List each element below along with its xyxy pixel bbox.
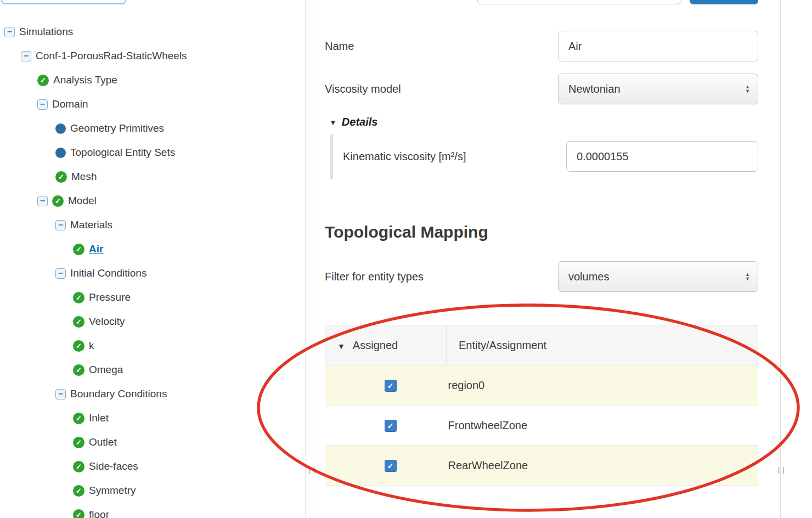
splitter-handle-icon[interactable]: || xyxy=(777,466,786,474)
name-label: Name xyxy=(325,40,354,53)
tree-item-topological-entity-sets[interactable]: Topological Entity Sets xyxy=(0,140,305,165)
table-row: ✓FrontwheelZone xyxy=(325,406,758,446)
tree-item-analysis-type[interactable]: ✓Analysis Type xyxy=(0,68,305,92)
select-spinner-icon: ▲ ▼ xyxy=(745,85,750,93)
tree-item-initial-conditions[interactable]: −Initial Conditions xyxy=(0,261,305,285)
tree-item-label: Conf-1-PorousRad-StaticWheels xyxy=(36,50,187,62)
kinematic-viscosity-label: Kinematic viscosity [m²/s] xyxy=(343,150,466,163)
toolbar-search-input[interactable] xyxy=(477,0,681,4)
tree-item-model[interactable]: −✓Model xyxy=(0,189,305,213)
tree-item-velocity[interactable]: ✓Velocity xyxy=(0,309,305,334)
name-input[interactable] xyxy=(558,31,758,61)
collapse-icon[interactable]: − xyxy=(37,99,48,110)
check-icon: ✓ xyxy=(52,195,64,207)
details-section: Kinematic viscosity [m²/s] xyxy=(330,134,758,179)
splitter-handle-icon[interactable]: || xyxy=(308,466,317,474)
panel-splitter[interactable]: || xyxy=(305,0,319,518)
select-spinner-icon: ▲ ▼ xyxy=(745,272,750,281)
toolbar-cut xyxy=(325,0,758,5)
tree-item-label: Topological Entity Sets xyxy=(70,147,175,159)
viscosity-model-select[interactable]: Newtonian ▲ ▼ xyxy=(558,74,758,104)
tree-item-label: Velocity xyxy=(89,316,125,328)
entity-column-header: Entity/Assignment xyxy=(447,325,758,365)
tree-filter-input[interactable] xyxy=(1,0,126,4)
tree-item-conf-1-porousrad-staticwheels[interactable]: −Conf-1-PorousRad-StaticWheels xyxy=(0,44,305,68)
check-icon: ✓ xyxy=(73,244,84,255)
material-settings-panel: Name Viscosity model Newtonian ▲ ▼ ▼ Det… xyxy=(319,0,780,518)
check-icon: ✓ xyxy=(73,509,84,518)
tree-item-k[interactable]: ✓k xyxy=(0,334,305,358)
tree-item-side-faces[interactable]: ✓Side-faces xyxy=(0,454,305,478)
tree-item-label: Mesh xyxy=(71,171,97,183)
viscosity-model-label: Viscosity model xyxy=(325,83,401,95)
tree-item-outlet[interactable]: ✓Outlet xyxy=(0,430,305,454)
assigned-cell: ✓ xyxy=(325,446,447,486)
tree-item-label: Geometry Primitives xyxy=(70,122,164,134)
check-icon: ✓ xyxy=(73,461,84,472)
tree-item-label: floor xyxy=(89,509,109,518)
entity-filter-value: volumes xyxy=(568,271,609,283)
tree-item-materials[interactable]: −Materials xyxy=(0,213,305,237)
tree-item-simulations[interactable]: −Simulations xyxy=(0,20,305,44)
tree-item-label: Omega xyxy=(89,364,123,376)
sort-triangle-icon: ▼ xyxy=(337,342,345,351)
assigned-column-header[interactable]: ▼Assigned xyxy=(325,325,447,365)
tree-item-label: Domain xyxy=(52,98,88,110)
tree-item-geometry-primitives[interactable]: Geometry Primitives xyxy=(0,116,305,140)
collapse-icon[interactable]: − xyxy=(21,51,31,61)
entity-filter-row: Filter for entity types volumes ▲ ▼ xyxy=(325,261,758,292)
topological-mapping-table: ▼Assigned Entity/Assignment ✓region0✓Fro… xyxy=(325,325,758,486)
table-header-row: ▼Assigned Entity/Assignment xyxy=(325,325,758,365)
app-window: −Simulations−Conf-1-PorousRad-StaticWhee… xyxy=(0,0,812,518)
entity-assignment-cell: RearWheelZone xyxy=(447,446,758,486)
details-title: Details xyxy=(342,116,378,128)
tree-item-floor[interactable]: ✓floor xyxy=(0,503,305,518)
tree-item-label: Model xyxy=(68,195,97,207)
tree-item-label: Side-faces xyxy=(89,460,138,472)
assigned-checkbox[interactable]: ✓ xyxy=(385,460,397,472)
tree-item-omega[interactable]: ✓Omega xyxy=(0,358,305,382)
topological-mapping-title: Topological Mapping xyxy=(325,222,758,242)
tree-item-label: Simulations xyxy=(19,26,73,38)
collapse-icon[interactable]: − xyxy=(55,268,66,279)
table-row: ✓region0 xyxy=(325,365,758,406)
assigned-checkbox[interactable]: ✓ xyxy=(385,380,397,392)
toolbar-primary-button[interactable] xyxy=(690,0,758,4)
entity-set-circle-icon xyxy=(55,123,66,134)
collapse-icon[interactable]: − xyxy=(55,389,66,399)
tree-item-air[interactable]: ✓Air xyxy=(0,237,305,261)
tree-item-label: Boundary Conditions xyxy=(70,388,167,400)
entity-filter-label: Filter for entity types xyxy=(325,271,424,283)
entity-filter-select[interactable]: volumes ▲ ▼ xyxy=(558,261,758,292)
collapse-icon[interactable]: − xyxy=(4,27,15,37)
collapse-icon[interactable]: − xyxy=(37,196,48,206)
check-icon: ✓ xyxy=(55,171,67,183)
kinematic-viscosity-input[interactable] xyxy=(566,141,758,172)
tree-item-boundary-conditions[interactable]: −Boundary Conditions xyxy=(0,382,305,406)
check-icon: ✓ xyxy=(73,340,84,352)
simulation-tree: −Simulations−Conf-1-PorousRad-StaticWhee… xyxy=(0,20,305,518)
viscosity-model-value: Newtonian xyxy=(568,83,621,95)
name-row: Name xyxy=(325,31,758,61)
tree-item-symmetry[interactable]: ✓Symmetry xyxy=(0,478,305,503)
tree-item-label: Inlet xyxy=(89,412,109,424)
collapse-icon[interactable]: − xyxy=(55,220,66,230)
simulation-tree-panel: −Simulations−Conf-1-PorousRad-StaticWhee… xyxy=(0,0,305,518)
tree-item-mesh[interactable]: ✓Mesh xyxy=(0,165,305,189)
tree-item-label: Symmetry xyxy=(89,485,136,497)
assigned-cell: ✓ xyxy=(325,406,447,446)
tree-item-domain[interactable]: −Domain xyxy=(0,92,305,116)
tree-item-inlet[interactable]: ✓Inlet xyxy=(0,406,305,430)
assigned-checkbox[interactable]: ✓ xyxy=(385,420,397,432)
collapse-triangle-icon: ▼ xyxy=(329,118,337,127)
details-toggle[interactable]: ▼ Details xyxy=(329,116,758,128)
tree-item-pressure[interactable]: ✓Pressure xyxy=(0,285,305,309)
check-icon: ✓ xyxy=(73,413,84,424)
tree-item-label: Pressure xyxy=(89,291,131,303)
viscosity-row: Viscosity model Newtonian ▲ ▼ xyxy=(325,74,758,104)
tree-item-label: k xyxy=(89,340,94,352)
tree-item-label: Materials xyxy=(70,219,112,231)
tree-item-label: Air xyxy=(89,243,103,255)
tree-item-label: Initial Conditions xyxy=(70,267,146,279)
check-icon: ✓ xyxy=(37,75,49,86)
